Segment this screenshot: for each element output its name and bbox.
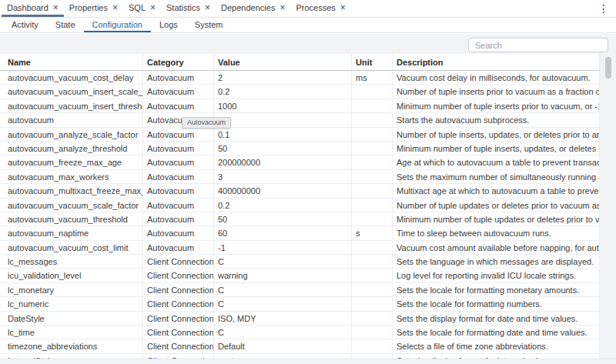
sub-tab[interactable]: Activity [3, 18, 47, 32]
cell-unit [352, 283, 393, 296]
cell-value: on [214, 113, 352, 126]
cell-description: Number of tuple inserts prior to vacuum … [393, 85, 600, 98]
cell-unit [352, 113, 393, 126]
document-tab-label: Dependencies [221, 3, 275, 12]
table-row[interactable]: autovacuum_vacuum_insert_threshold Autov… [0, 99, 600, 113]
cell-category: Client Connection D... [143, 283, 214, 296]
document-tab[interactable]: Dependencies × [216, 0, 290, 17]
cell-unit [352, 312, 393, 325]
cell-name: timezone_abbreviations [0, 339, 143, 352]
cell-category: Autovacuum [143, 241, 214, 254]
cell-value: 2 [214, 71, 352, 84]
cell-unit [352, 128, 393, 141]
table-row[interactable]: icu_validation_level Client Connection D… [0, 269, 600, 282]
table-row[interactable]: autovacuum_vacuum_cost_delay Autovacuum … [0, 71, 600, 85]
table-row[interactable]: autovacuum_freeze_max_age Autovacuum 200… [0, 155, 600, 169]
table-row[interactable]: autovacuum_vacuum_threshold Autovacuum 5… [0, 212, 600, 226]
cell-name: autovacuum_analyze_threshold [0, 142, 143, 155]
cell-unit [352, 212, 393, 225]
cell-value: 0.2 [214, 85, 352, 98]
cell-value: 0.1 [214, 128, 352, 141]
cell-description: Starts the autovacuum subprocess. [393, 113, 600, 126]
column-header[interactable]: Value [214, 54, 352, 70]
cell-name: autovacuum_vacuum_cost_limit [0, 241, 143, 254]
cell-value: warning [214, 269, 352, 282]
cell-unit [352, 241, 393, 254]
sub-tab[interactable]: Logs [151, 18, 186, 32]
column-header-label: Value [218, 58, 240, 67]
table-row[interactable]: autovacuum_max_workers Autovacuum 3 Sets… [0, 170, 600, 184]
sub-tab[interactable]: State [47, 18, 84, 32]
close-icon[interactable]: × [205, 3, 210, 12]
cell-description: Sets the locale for formatting date and … [393, 326, 600, 339]
pgadmin-dashboard-panel: Dashboard × Properties × SQL × Statistic… [0, 0, 616, 364]
cell-category: Autovacuum [143, 142, 214, 155]
table-row[interactable]: lc_numeric Client Connection D... C Sets… [0, 297, 600, 311]
table-row[interactable]: autovacuum Autovacuum on Starts the auto… [0, 113, 600, 127]
cell-value: 50 [214, 212, 352, 225]
table-row[interactable]: autovacuum_naptime Autovacuum 60 s Time … [0, 226, 600, 240]
document-tab-label: Dashboard [7, 3, 49, 12]
cell-value: 400000000 [214, 184, 352, 197]
cell-category: Autovacuum [143, 184, 214, 197]
cell-description: Number of tuple inserts, updates, or del… [393, 128, 600, 141]
cell-name: lc_time [0, 326, 143, 339]
cell-description: Sets the locale for formatting monetary … [393, 283, 600, 296]
horizontal-scrollbar-track[interactable] [0, 359, 616, 364]
column-header[interactable]: Unit [352, 54, 393, 70]
table-row[interactable]: autovacuum_vacuum_cost_limit Autovacuum … [0, 241, 600, 255]
cell-value: Default [214, 339, 352, 352]
close-icon[interactable]: × [340, 3, 346, 12]
column-header[interactable]: Name [0, 54, 143, 70]
document-tab[interactable]: Dashboard × [2, 0, 64, 17]
overflow-menu-icon[interactable]: ⋮ [598, 3, 609, 14]
document-tab-label: Statistics [166, 3, 200, 12]
cell-value: ISO, MDY [214, 312, 352, 325]
sub-tab[interactable]: System [186, 18, 232, 32]
document-tab-bar: Dashboard × Properties × SQL × Statistic… [0, 0, 616, 18]
table-row[interactable]: lc_messages Client Connection D... C Set… [0, 255, 600, 269]
sub-tab-label: Configuration [92, 20, 142, 29]
column-header[interactable]: Description [393, 54, 600, 70]
close-icon[interactable]: × [280, 3, 285, 12]
cell-description: Multixact age at which to autovacuum a t… [393, 184, 600, 197]
cell-name: icu_validation_level [0, 269, 143, 282]
table-row[interactable]: timezone_abbreviations Client Connection… [0, 339, 600, 353]
document-tab[interactable]: Processes × [290, 0, 350, 17]
cell-name: autovacuum_analyze_scale_factor [0, 128, 143, 141]
cell-value: 0.2 [214, 199, 352, 212]
cell-unit [352, 297, 393, 310]
vertical-scrollbar-track[interactable] [600, 54, 616, 359]
cell-value: 200000000 [214, 155, 352, 169]
document-tab[interactable]: Statistics × [161, 0, 216, 17]
cell-value: 50 [214, 142, 352, 155]
table-row[interactable]: autovacuum_analyze_threshold Autovacuum … [0, 142, 600, 155]
close-icon[interactable]: × [112, 3, 118, 12]
table-row[interactable]: autovacuum_vacuum_scale_factor Autovacuu… [0, 199, 600, 212]
close-icon[interactable]: × [53, 3, 59, 12]
table-row[interactable]: autovacuum_analyze_scale_factor Autovacu… [0, 128, 600, 142]
cell-unit [352, 269, 393, 282]
cell-unit [352, 155, 393, 169]
cell-description: Minimum number of tuple inserts, updates… [393, 142, 600, 155]
cell-unit [352, 184, 393, 197]
cell-unit [352, 170, 393, 183]
search-input[interactable] [468, 38, 608, 52]
document-tab[interactable]: SQL × [123, 0, 161, 17]
cell-name: lc_messages [0, 255, 143, 268]
vertical-scrollbar-thumb[interactable] [605, 57, 611, 78]
cell-name: autovacuum_naptime [0, 226, 143, 239]
close-icon[interactable]: × [150, 3, 156, 12]
table-row[interactable]: autovacuum_multixact_freeze_max_age Auto… [0, 184, 600, 198]
sub-tab-label: Logs [159, 20, 178, 29]
table-row[interactable]: lc_time Client Connection D... C Sets th… [0, 326, 600, 339]
table-row[interactable]: autovacuum_vacuum_insert_scale_factor Au… [0, 85, 600, 99]
sub-tab[interactable]: Configuration [84, 18, 151, 32]
cell-category: Autovacuum [143, 199, 214, 212]
cell-name: lc_monetary [0, 283, 143, 296]
document-tab[interactable]: Properties × [64, 0, 123, 17]
column-header[interactable]: Category [143, 54, 214, 70]
cell-category: Autovacuum [143, 155, 214, 169]
table-row[interactable]: lc_monetary Client Connection D... C Set… [0, 283, 600, 297]
table-row[interactable]: DateStyle Client Connection D... ISO, MD… [0, 312, 600, 326]
